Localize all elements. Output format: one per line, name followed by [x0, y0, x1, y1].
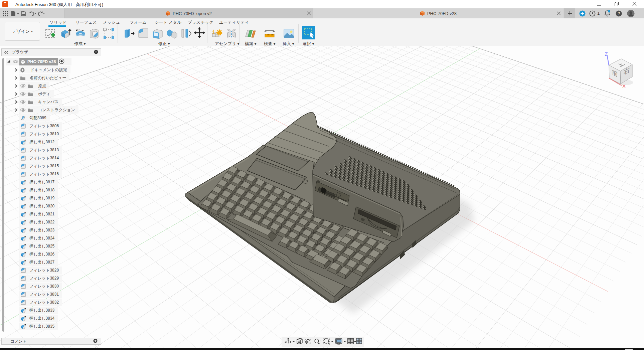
svg-text:?: ? [618, 11, 620, 16]
svg-text:Z: Z [605, 52, 608, 57]
svg-text:X: X [622, 83, 626, 89]
